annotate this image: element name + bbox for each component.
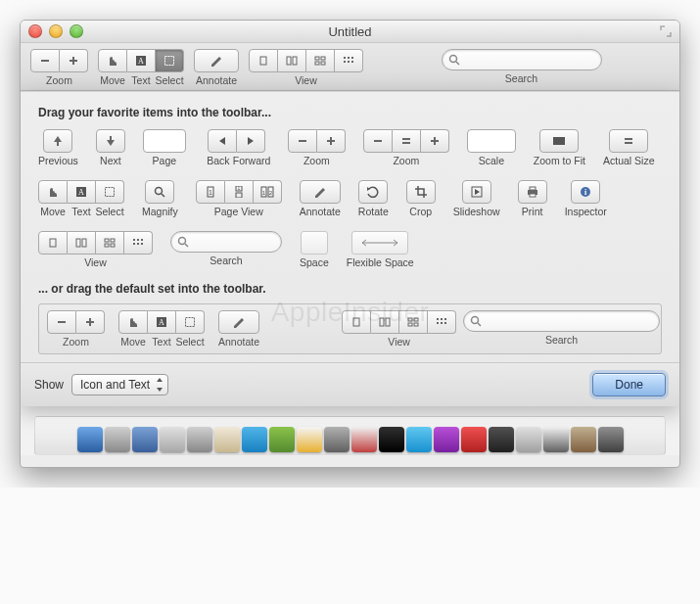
svg-rect-31 [625, 142, 632, 144]
printer-icon [526, 186, 539, 198]
svg-rect-12 [321, 62, 325, 65]
svg-rect-58 [111, 244, 115, 247]
select-tool-button[interactable] [156, 49, 184, 72]
search-field[interactable] [442, 49, 602, 70]
move-tool-button[interactable] [98, 49, 127, 72]
done-button[interactable]: Done [592, 373, 666, 396]
fullscreen-icon[interactable] [660, 25, 672, 37]
minimize-button[interactable] [49, 24, 63, 38]
close-button[interactable] [28, 24, 42, 38]
svg-rect-21 [299, 140, 306, 142]
flexible-space-icon [351, 231, 408, 255]
svg-rect-64 [141, 243, 143, 245]
toolbar-select-label: Select [155, 74, 184, 86]
minus-icon [298, 136, 307, 146]
svg-rect-17 [348, 61, 350, 63]
toolbar-zoom-label: Zoom [46, 74, 72, 86]
triangle-right-icon [246, 136, 256, 146]
svg-rect-76 [386, 318, 390, 326]
default-set-container[interactable]: Zoom A MoveTextSelect Annotate [38, 303, 662, 354]
svg-rect-16 [344, 61, 346, 63]
item-slideshow[interactable]: Slideshow [453, 180, 500, 217]
svg-text:A: A [138, 57, 144, 66]
view-contact-button[interactable] [335, 49, 363, 72]
dock-app-icon [105, 427, 130, 452]
svg-line-36 [162, 194, 164, 197]
toolbar-tools-group: A Move Text Select [98, 49, 184, 86]
item-space[interactable]: Space [300, 231, 329, 268]
zoom-window-button[interactable] [70, 24, 83, 38]
svg-rect-84 [437, 322, 439, 324]
view-thumbs-button[interactable] [306, 49, 335, 72]
item-page[interactable]: Page [143, 129, 186, 166]
svg-rect-30 [625, 138, 632, 140]
default-annotate: Annotate [218, 310, 259, 348]
toolbar-search-label: Search [505, 72, 537, 84]
svg-text:A: A [78, 188, 84, 197]
svg-rect-54 [82, 239, 86, 247]
item-back-forward[interactable]: BackForward [204, 129, 270, 166]
svg-rect-57 [105, 244, 109, 247]
pencil-icon [313, 186, 327, 198]
svg-rect-7 [287, 57, 291, 65]
item-tools-mts[interactable]: A MoveTextSelect [38, 180, 124, 217]
zoom-in-button[interactable] [60, 49, 88, 72]
item-scale[interactable]: Scale [467, 129, 516, 166]
show-label: Show [34, 378, 64, 392]
svg-rect-83 [444, 318, 446, 320]
plus-icon [326, 136, 336, 146]
page-cont-icon: 1 [233, 186, 245, 198]
svg-text:A: A [159, 318, 164, 327]
svg-rect-6 [260, 57, 266, 65]
toolbar-annotate-group: Annotate [194, 49, 239, 86]
svg-text:2: 2 [269, 190, 273, 196]
item-search[interactable]: Search [170, 231, 282, 268]
show-mode-select[interactable]: Icon and Text [71, 374, 168, 395]
toolbar-view-label: View [295, 74, 317, 86]
play-icon [471, 186, 483, 198]
item-zoom3[interactable]: Zoom [363, 129, 449, 166]
item-rotate[interactable]: Rotate [358, 180, 389, 217]
item-view[interactable]: View [38, 231, 153, 268]
main-toolbar: Zoom A Move Text Select Annotate [21, 43, 679, 91]
equals-icon [401, 136, 411, 146]
zoom-out-button[interactable] [30, 49, 60, 72]
rotate-icon [366, 186, 380, 198]
search-icon [177, 236, 189, 248]
item-page-view[interactable]: 1 1 12 Page View [196, 180, 282, 217]
view-single-button[interactable] [249, 49, 278, 72]
svg-rect-10 [321, 57, 325, 60]
item-inspector[interactable]: i Inspector [565, 180, 607, 217]
dock-strip [34, 416, 666, 455]
svg-rect-82 [441, 318, 443, 320]
item-annotate[interactable]: Annotate [300, 180, 341, 217]
svg-point-65 [179, 238, 186, 245]
item-flexible-space[interactable]: Flexible Space [347, 231, 414, 268]
svg-line-66 [185, 244, 188, 247]
triangle-left-icon [217, 136, 227, 146]
item-previous[interactable]: Previous [38, 129, 78, 166]
dock-app-icon [406, 427, 432, 452]
item-actual-size[interactable]: Actual Size [603, 129, 655, 166]
item-crop[interactable]: Crop [406, 180, 436, 217]
dock-app-icon [242, 427, 267, 452]
svg-rect-79 [408, 323, 412, 326]
item-zoom-to-fit[interactable]: Zoom to Fit [534, 129, 585, 166]
select-icon [104, 186, 116, 198]
instruction-text-2: ... or drag the default set into the too… [38, 282, 662, 296]
search-icon [470, 315, 482, 327]
toolbar-zoom-group: Zoom [30, 49, 88, 86]
text-tool-button[interactable]: A [127, 49, 156, 72]
item-magnify[interactable]: Magnify [142, 180, 178, 217]
svg-rect-13 [344, 57, 346, 59]
svg-rect-56 [111, 239, 115, 242]
item-next[interactable]: Next [96, 129, 125, 166]
item-zoom2[interactable]: Zoom [288, 129, 346, 166]
crop-icon [415, 186, 427, 198]
view-facing-button[interactable] [278, 49, 306, 72]
item-print[interactable]: Print [518, 180, 547, 217]
toolbar-view-group: View [249, 49, 363, 86]
annotate-button[interactable] [194, 49, 239, 72]
svg-rect-63 [137, 243, 139, 245]
dock-app-icon [351, 427, 377, 452]
